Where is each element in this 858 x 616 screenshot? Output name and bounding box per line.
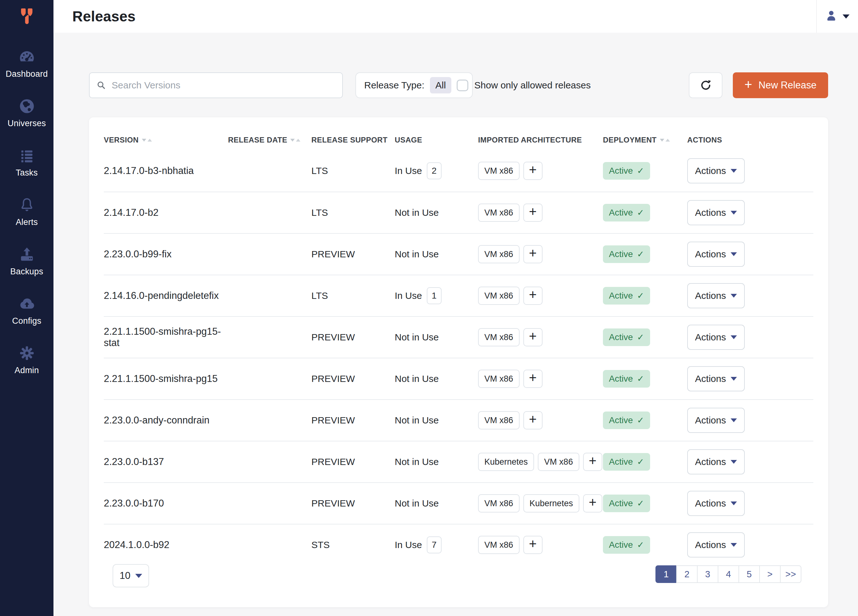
- version-cell: 2.14.16.0-pendingdeletefix: [104, 290, 228, 302]
- new-release-button[interactable]: + New Release: [733, 72, 828, 98]
- page-button-5[interactable]: 5: [738, 565, 760, 583]
- check-icon: ✓: [637, 374, 644, 384]
- deployment-status-badge: Active ✓: [603, 370, 650, 387]
- deployment-status-badge: Active ✓: [603, 328, 650, 346]
- row-actions-button[interactable]: Actions: [687, 366, 745, 391]
- row-actions-button[interactable]: Actions: [687, 283, 745, 308]
- releases-table-card: VERSIONRELEASE DATERELEASE SUPPORTUSAGEI…: [89, 117, 828, 607]
- row-actions-button[interactable]: Actions: [687, 449, 745, 474]
- release-type-dropdown[interactable]: Release Type: All: [355, 72, 473, 98]
- sidebar-item-admin[interactable]: Admin: [0, 335, 53, 385]
- row-actions-button[interactable]: Actions: [687, 158, 745, 184]
- show-only-allowed-checkbox[interactable]: [457, 79, 468, 91]
- row-actions-button[interactable]: Actions: [687, 242, 745, 267]
- deployment-status-badge: Active ✓: [603, 453, 650, 471]
- imported-architecture-cell: VM x86 +: [478, 286, 603, 305]
- page-size-dropdown[interactable]: 10: [113, 564, 149, 587]
- refresh-button[interactable]: [689, 72, 723, 98]
- add-architecture-button[interactable]: +: [523, 328, 542, 346]
- usage-count-badge: 7: [427, 537, 441, 554]
- sidebar-item-tasks[interactable]: Tasks: [0, 138, 53, 187]
- page-button->[interactable]: >: [759, 565, 780, 583]
- user-icon: [825, 10, 837, 23]
- add-architecture-button[interactable]: +: [523, 245, 542, 263]
- show-only-allowed-filter: Show only allowed releases: [457, 72, 591, 98]
- user-menu[interactable]: [816, 0, 858, 33]
- sidebar-item-backups[interactable]: Backups: [0, 236, 53, 286]
- architecture-badge: Kubernetes: [478, 453, 534, 471]
- usage-cell: Not in Use: [395, 456, 478, 467]
- row-actions-button[interactable]: Actions: [687, 532, 745, 557]
- add-architecture-button[interactable]: +: [583, 453, 602, 471]
- gear-icon: [19, 345, 35, 361]
- page-button-1[interactable]: 1: [656, 565, 677, 583]
- search-input[interactable]: [111, 79, 335, 91]
- deployment-cell: Active ✓: [603, 370, 687, 387]
- row-actions-button[interactable]: Actions: [687, 200, 745, 225]
- deployment-status-badge: Active ✓: [603, 495, 650, 512]
- main-content: Release Type: All Show only allowed rele…: [53, 33, 858, 616]
- sidebar-item-label: Alerts: [16, 218, 38, 227]
- sidebar-item-universes[interactable]: Universes: [0, 89, 53, 138]
- column-header-release-support: RELEASE SUPPORT: [311, 135, 395, 145]
- deployment-status-badge: Active ✓: [603, 536, 650, 554]
- table-row: 2024.1.0.0-b92 STS In Use 7 VM x86 + Act…: [104, 524, 813, 565]
- actions-cell: Actions: [687, 366, 813, 391]
- row-actions-button[interactable]: Actions: [687, 408, 745, 433]
- search-box: [89, 72, 343, 98]
- page-button-2[interactable]: 2: [676, 565, 698, 583]
- search-icon: [96, 81, 106, 90]
- add-architecture-button[interactable]: +: [523, 204, 542, 222]
- chevron-down-icon: [731, 460, 737, 464]
- release-support-cell: PREVIEW: [311, 249, 395, 260]
- row-actions-button[interactable]: Actions: [687, 491, 745, 516]
- version-cell: 2.23.0.0-andy-conndrain: [104, 415, 228, 426]
- column-header-deployment[interactable]: DEPLOYMENT: [603, 135, 687, 145]
- page-button-4[interactable]: 4: [718, 565, 739, 583]
- release-support-cell: PREVIEW: [311, 456, 395, 467]
- check-icon: ✓: [637, 208, 644, 218]
- page-button->>[interactable]: >>: [780, 565, 801, 583]
- architecture-badge: VM x86: [478, 245, 519, 263]
- row-actions-button[interactable]: Actions: [687, 325, 745, 350]
- column-header-release-date[interactable]: RELEASE DATE: [228, 135, 311, 145]
- sort-icon: [142, 139, 152, 142]
- table-row: 2.23.0.0-andy-conndrain PREVIEW Not in U…: [104, 399, 813, 441]
- add-architecture-button[interactable]: +: [523, 370, 542, 388]
- sort-icon: [290, 139, 300, 142]
- sidebar-item-label: Admin: [14, 366, 39, 375]
- release-support-cell: PREVIEW: [311, 498, 395, 509]
- plus-icon: +: [745, 77, 752, 92]
- deployment-cell: Active ✓: [603, 162, 687, 180]
- chevron-down-icon: [135, 574, 142, 578]
- chevron-down-icon: [731, 501, 737, 505]
- page-button-3[interactable]: 3: [697, 565, 718, 583]
- release-type-value: All: [430, 77, 451, 93]
- add-architecture-button[interactable]: +: [523, 411, 542, 429]
- imported-architecture-cell: VM x86 +: [478, 162, 603, 180]
- add-architecture-button[interactable]: +: [523, 286, 542, 305]
- deployment-status-badge: Active ✓: [603, 204, 650, 221]
- actions-cell: Actions: [687, 158, 813, 184]
- chevron-down-icon: [731, 377, 737, 381]
- usage-cell: Not in Use: [395, 498, 478, 509]
- deployment-cell: Active ✓: [603, 495, 687, 512]
- page-size-value: 10: [120, 570, 130, 582]
- yugabyte-logo-icon: [18, 7, 36, 25]
- add-architecture-button[interactable]: +: [523, 162, 542, 180]
- chevron-down-icon: [842, 14, 850, 19]
- column-header-version[interactable]: VERSION: [104, 135, 228, 145]
- refresh-icon: [699, 79, 712, 92]
- version-cell: 2.23.0.0-b137: [104, 456, 228, 468]
- check-icon: ✓: [637, 415, 644, 425]
- sidebar-item-alerts[interactable]: Alerts: [0, 187, 53, 236]
- add-architecture-button[interactable]: +: [583, 494, 602, 512]
- add-architecture-button[interactable]: +: [523, 536, 542, 554]
- actions-cell: Actions: [687, 242, 813, 267]
- deployment-cell: Active ✓: [603, 328, 687, 346]
- sidebar-item-dashboard[interactable]: Dashboard: [0, 39, 53, 89]
- imported-architecture-cell: VM x86 +: [478, 328, 603, 346]
- list-icon: [19, 147, 35, 164]
- sidebar-item-configs[interactable]: Configs: [0, 286, 53, 335]
- actions-cell: Actions: [687, 408, 813, 433]
